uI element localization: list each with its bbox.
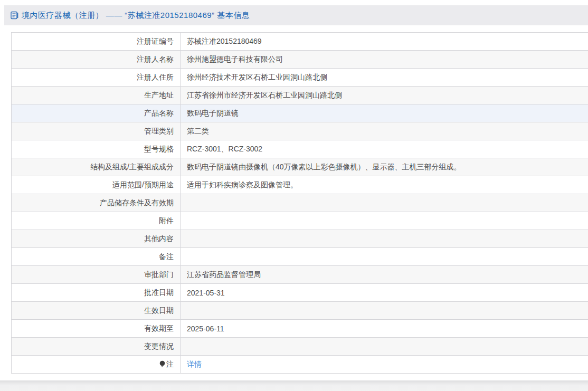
registration-info-table: 注册证编号苏械注准20152180469注册人名称徐州施盟德电子科技有限公司注册… xyxy=(11,32,588,374)
row-label: 审批部门 xyxy=(12,266,181,284)
row-label: 注册证编号 xyxy=(12,33,181,51)
row-value: 江苏省徐州市经济开发区石桥工业园洞山路北侧 xyxy=(181,87,588,104)
row-label: 结构及组成/主要组成成分 xyxy=(12,158,181,176)
row-value: 徐州经济技术开发区石桥工业园洞山路北侧 xyxy=(181,69,588,87)
row-value-text: 第二类 xyxy=(187,127,209,135)
table-row: 其他内容 xyxy=(12,230,588,248)
table-row: 型号规格RCZ-3001、RCZ-3002 xyxy=(12,140,588,158)
row-label-text: 注册人名称 xyxy=(137,55,174,63)
row-value xyxy=(181,302,588,320)
row-value xyxy=(181,338,588,356)
table-row: 有效期至2025-06-11 xyxy=(12,320,588,338)
row-label-text: 其他内容 xyxy=(144,234,174,243)
row-value xyxy=(181,194,588,212)
registration-table-body: 注册证编号苏械注准20152180469注册人名称徐州施盟德电子科技有限公司注册… xyxy=(12,33,588,374)
row-label-text: 审批部门 xyxy=(144,270,174,279)
row-value: 适用于妇科疾病诊察及图像管理。 xyxy=(181,176,588,194)
row-label: 注册人住所 xyxy=(12,69,181,87)
row-label: 产品名称 xyxy=(12,104,181,122)
table-row: 产品储存条件及有效期 xyxy=(12,194,588,212)
table-row: 结构及组成/主要组成成分数码电子阴道镜由摄像机（40万像素以上彩色摄像机）、显示… xyxy=(12,158,588,176)
row-label: 注 xyxy=(12,356,181,374)
row-label-text: 批准日期 xyxy=(144,288,174,297)
row-value-text: 徐州经济技术开发区石桥工业园洞山路北侧 xyxy=(187,73,327,81)
table-row: 注册证编号苏械注准20152180469 xyxy=(12,33,588,51)
table-row: 审批部门江苏省药品监督管理局 xyxy=(12,266,588,284)
row-label-text: 附件 xyxy=(159,216,174,225)
row-label: 型号规格 xyxy=(12,140,181,158)
table-row: 产品名称数码电子阴道镜 xyxy=(12,104,588,122)
row-value-text: 江苏省徐州市经济开发区石桥工业园洞山路北侧 xyxy=(187,91,342,99)
row-label-text: 有效期至 xyxy=(144,324,174,332)
table-row: 注册人住所徐州经济技术开发区石桥工业园洞山路北侧 xyxy=(12,69,588,87)
row-value-text: 适用于妇科疾病诊察及图像管理。 xyxy=(187,180,298,189)
table-row: 生产地址江苏省徐州市经济开发区石桥工业园洞山路北侧 xyxy=(12,87,588,104)
row-label-text: 变更情况 xyxy=(144,342,174,350)
row-label-text: 注 xyxy=(166,360,174,368)
table-row: 适用范围/预期用途适用于妇科疾病诊察及图像管理。 xyxy=(12,176,588,194)
row-label-text: 备注 xyxy=(159,252,174,261)
row-label-text: 适用范围/预期用途 xyxy=(112,180,174,189)
row-label-text: 产品储存条件及有效期 xyxy=(100,198,174,207)
row-value-text: 2021-05-31 xyxy=(187,289,225,297)
row-value xyxy=(181,212,588,230)
row-label-text: 管理类别 xyxy=(144,127,174,135)
table-row: 备注 xyxy=(12,248,588,266)
details-link[interactable]: 详情 xyxy=(187,360,202,368)
row-label: 产品储存条件及有效期 xyxy=(12,194,181,212)
table-row: 附件 xyxy=(12,212,588,230)
row-label-text: 注册证编号 xyxy=(137,37,174,45)
row-label: 适用范围/预期用途 xyxy=(12,176,181,194)
row-value: 详情 xyxy=(181,356,588,374)
row-value-text: 江苏省药品监督管理局 xyxy=(187,270,261,279)
row-value: RCZ-3001、RCZ-3002 xyxy=(181,140,588,158)
table-row: 批准日期2021-05-31 xyxy=(12,284,588,302)
row-value: 2025-06-11 xyxy=(181,320,588,338)
row-label-text: 产品名称 xyxy=(144,109,174,117)
row-value: 数码电子阴道镜由摄像机（40万像素以上彩色摄像机）、显示器、主机三部分组成。 xyxy=(181,158,588,176)
page-title: 境内医疗器械（注册） —— “苏械注准20152180469” 基本信息 xyxy=(22,11,250,21)
page-footer xyxy=(0,380,588,391)
row-label: 备注 xyxy=(12,248,181,266)
row-label: 管理类别 xyxy=(12,122,181,140)
document-icon xyxy=(11,11,18,20)
row-label: 生产地址 xyxy=(12,87,181,104)
row-label-text: 生效日期 xyxy=(144,306,174,314)
row-value: 徐州施盟德电子科技有限公司 xyxy=(181,51,588,69)
row-label-text: 结构及组成/主要组成成分 xyxy=(90,163,174,171)
row-label: 有效期至 xyxy=(12,320,181,338)
row-value-text: 徐州施盟德电子科技有限公司 xyxy=(187,55,283,63)
row-label: 批准日期 xyxy=(12,284,181,302)
table-row: 注册人名称徐州施盟德电子科技有限公司 xyxy=(12,51,588,69)
row-value xyxy=(181,230,588,248)
row-value: 2021-05-31 xyxy=(181,284,588,302)
table-row: 注详情 xyxy=(12,356,588,374)
row-label-text: 注册人住所 xyxy=(137,73,174,81)
row-value-text: 2025-06-11 xyxy=(187,325,224,333)
row-label: 变更情况 xyxy=(12,338,181,356)
row-value xyxy=(181,248,588,266)
table-row: 管理类别第二类 xyxy=(12,122,588,140)
row-value-text: 苏械注准20152180469 xyxy=(187,37,262,45)
row-label: 注册人名称 xyxy=(12,51,181,69)
row-label-text: 生产地址 xyxy=(144,91,174,99)
table-row: 生效日期 xyxy=(12,302,588,320)
row-value-text: RCZ-3001、RCZ-3002 xyxy=(187,145,262,153)
row-value-text: 数码电子阴道镜由摄像机（40万像素以上彩色摄像机）、显示器、主机三部分组成。 xyxy=(187,163,461,171)
row-value: 江苏省药品监督管理局 xyxy=(181,266,588,284)
bulb-icon xyxy=(159,360,165,369)
row-label: 生效日期 xyxy=(12,302,181,320)
row-value-text: 数码电子阴道镜 xyxy=(187,109,239,117)
row-label: 附件 xyxy=(12,212,181,230)
row-value: 第二类 xyxy=(181,122,588,140)
row-label: 其他内容 xyxy=(12,230,181,248)
table-row: 变更情况 xyxy=(12,338,588,356)
page-header: 境内医疗器械（注册） —— “苏械注准20152180469” 基本信息 xyxy=(4,5,588,25)
row-value: 数码电子阴道镜 xyxy=(181,104,588,122)
row-value: 苏械注准20152180469 xyxy=(181,33,588,51)
row-label-text: 型号规格 xyxy=(144,145,174,153)
